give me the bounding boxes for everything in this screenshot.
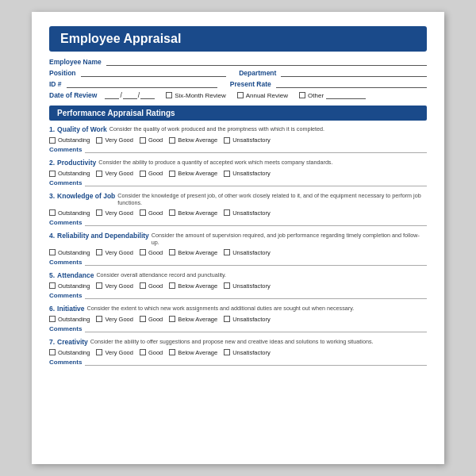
cb-item-7-0[interactable]: Outstanding	[49, 349, 90, 356]
cb-item-2-2[interactable]: Good	[140, 170, 163, 177]
cb-item-5-0[interactable]: Outstanding	[49, 282, 90, 290]
present-rate-input[interactable]	[276, 80, 427, 88]
cb-item-4-3[interactable]: Below Average	[169, 249, 217, 256]
checkbox-1-0[interactable]	[49, 137, 56, 144]
cb-item-7-4[interactable]: Unsatisfactory	[224, 349, 271, 356]
cb-item-6-4[interactable]: Unsatisfactory	[224, 316, 271, 323]
cb-item-2-3[interactable]: Below Average	[169, 170, 217, 177]
checkbox-7-3[interactable]	[169, 349, 175, 355]
id-input[interactable]	[67, 80, 217, 88]
cb-label-1-3: Below Average	[178, 136, 217, 144]
cb-label-2-1: Very Good	[105, 170, 132, 177]
department-input[interactable]	[281, 69, 427, 77]
checkbox-6-2[interactable]	[140, 316, 146, 322]
rating-name-6: Initiative	[57, 305, 84, 313]
checkbox-3-3[interactable]	[169, 209, 175, 216]
cb-label-7-2: Good	[148, 349, 163, 356]
other-checkbox[interactable]	[299, 92, 305, 98]
date-day[interactable]	[123, 91, 137, 99]
checkbox-5-2[interactable]	[140, 282, 146, 289]
checkbox-5-3[interactable]	[169, 282, 175, 289]
checkbox-2-4[interactable]	[224, 171, 230, 177]
cb-item-4-4[interactable]: Unsatisfactory	[224, 249, 271, 256]
cb-item-7-3[interactable]: Below Average	[169, 349, 217, 356]
position-input[interactable]	[81, 69, 227, 77]
cb-item-2-1[interactable]: Very Good	[96, 170, 132, 177]
checkbox-2-1[interactable]	[96, 171, 102, 177]
cb-label-2-2: Good	[148, 170, 163, 177]
checkbox-1-3[interactable]	[169, 137, 175, 144]
cb-item-4-0[interactable]: Outstanding	[49, 249, 90, 256]
cb-item-5-2[interactable]: Good	[140, 282, 163, 290]
comments-input-4[interactable]	[85, 258, 427, 266]
checkbox-6-4[interactable]	[224, 316, 230, 322]
other-input[interactable]	[326, 91, 366, 99]
comments-input-1[interactable]	[85, 145, 427, 153]
checkbox-4-2[interactable]	[140, 249, 146, 255]
cb-item-2-4[interactable]: Unsatisfactory	[224, 170, 271, 177]
cb-item-5-3[interactable]: Below Average	[169, 282, 217, 290]
comments-input-5[interactable]	[85, 291, 427, 299]
checkbox-1-1[interactable]	[96, 137, 102, 144]
annual-review[interactable]: Annual Review	[237, 92, 288, 99]
checkbox-1-4[interactable]	[224, 137, 230, 144]
cb-item-6-3[interactable]: Below Average	[169, 316, 217, 323]
cb-item-1-0[interactable]: Outstanding	[49, 136, 90, 144]
cb-item-5-1[interactable]: Very Good	[96, 282, 132, 290]
cb-item-1-4[interactable]: Unsatisfactory	[224, 136, 271, 144]
cb-label-1-0: Outstanding	[58, 136, 90, 144]
checkbox-2-2[interactable]	[140, 171, 146, 177]
checkbox-3-2[interactable]	[140, 209, 146, 216]
section-header: Performance Appraisal Ratings	[49, 106, 427, 121]
cb-item-1-1[interactable]: Very Good	[96, 136, 132, 144]
date-month[interactable]	[105, 91, 119, 99]
checkbox-6-3[interactable]	[169, 316, 175, 322]
checkbox-4-3[interactable]	[169, 249, 175, 255]
cb-item-2-0[interactable]: Outstanding	[49, 170, 90, 177]
six-month-checkbox[interactable]	[166, 92, 172, 98]
comments-input-3[interactable]	[85, 218, 427, 226]
cb-item-3-4[interactable]: Unsatisfactory	[224, 209, 271, 217]
cb-item-3-2[interactable]: Good	[140, 209, 163, 217]
annual-checkbox[interactable]	[237, 92, 244, 98]
cb-item-3-1[interactable]: Very Good	[96, 209, 132, 217]
checkbox-4-0[interactable]	[49, 249, 56, 255]
cb-item-5-4[interactable]: Unsatisfactory	[224, 282, 271, 290]
employee-name-input[interactable]	[106, 58, 427, 66]
cb-item-1-2[interactable]: Good	[140, 136, 163, 144]
checkbox-3-1[interactable]	[96, 209, 102, 216]
rating-title-row-2: 2.Productivity Consider the ability to p…	[49, 159, 427, 167]
checkbox-5-4[interactable]	[224, 282, 230, 289]
cb-item-7-1[interactable]: Very Good	[96, 349, 132, 356]
cb-item-6-0[interactable]: Outstanding	[49, 316, 90, 323]
checkbox-1-2[interactable]	[140, 137, 146, 144]
checkbox-7-4[interactable]	[224, 349, 230, 355]
cb-item-6-2[interactable]: Good	[140, 316, 163, 323]
checkbox-6-1[interactable]	[96, 316, 102, 322]
comments-input-2[interactable]	[85, 178, 427, 186]
checkbox-4-1[interactable]	[96, 249, 102, 255]
checkbox-3-0[interactable]	[49, 209, 56, 216]
cb-item-6-1[interactable]: Very Good	[96, 316, 132, 323]
checkbox-7-0[interactable]	[49, 349, 56, 355]
checkbox-2-3[interactable]	[169, 171, 175, 177]
cb-item-3-0[interactable]: Outstanding	[49, 209, 90, 217]
cb-item-3-3[interactable]: Below Average	[169, 209, 217, 217]
six-month-review[interactable]: Six-Month Review	[166, 92, 225, 99]
cb-item-4-1[interactable]: Very Good	[96, 249, 132, 256]
other-review[interactable]: Other	[299, 91, 366, 99]
checkbox-4-4[interactable]	[224, 249, 230, 255]
checkbox-3-4[interactable]	[224, 209, 230, 216]
comments-input-6[interactable]	[85, 324, 427, 332]
checkbox-5-0[interactable]	[49, 282, 56, 289]
checkbox-5-1[interactable]	[96, 282, 102, 289]
date-year[interactable]	[140, 91, 155, 99]
comments-input-7[interactable]	[85, 358, 427, 366]
cb-item-1-3[interactable]: Below Average	[169, 136, 217, 144]
cb-item-4-2[interactable]: Good	[140, 249, 163, 256]
checkbox-2-0[interactable]	[49, 171, 56, 177]
checkbox-7-2[interactable]	[140, 349, 146, 355]
checkbox-7-1[interactable]	[96, 349, 102, 355]
checkbox-6-0[interactable]	[49, 316, 56, 322]
cb-item-7-2[interactable]: Good	[140, 349, 163, 356]
